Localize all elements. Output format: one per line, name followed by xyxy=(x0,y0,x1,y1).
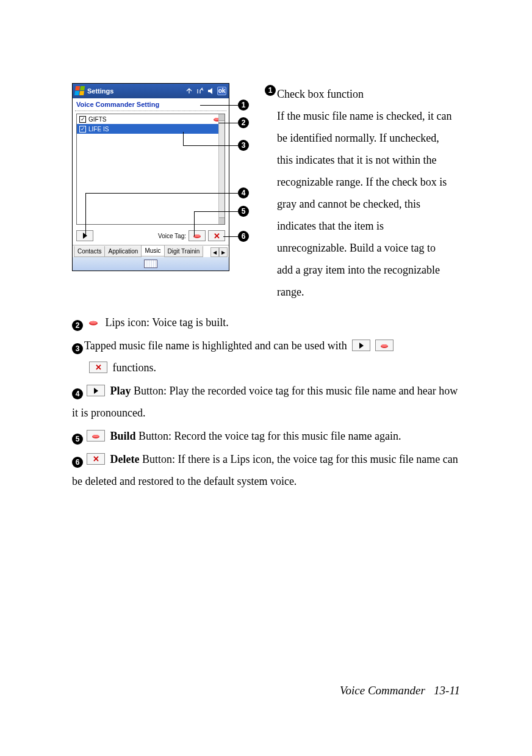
lips-icon xyxy=(192,232,202,239)
checkbox-icon[interactable]: ✓ xyxy=(79,116,86,123)
music-list: ✓ GIFTS ✓ LIFE IS xyxy=(76,114,225,225)
description-5-text: Button: Record the voice tag for this mu… xyxy=(136,430,401,442)
tab-contacts[interactable]: Contacts xyxy=(74,246,105,257)
scrollbar[interactable] xyxy=(218,114,225,224)
description-3: 3Tapped music file name is highlighted a… xyxy=(72,335,462,379)
footer-title: Voice Commander xyxy=(340,684,425,697)
volume-icon xyxy=(206,87,215,95)
window-title: Settings xyxy=(87,87,113,95)
delete-button-icon: ✕ xyxy=(87,453,105,465)
callout-number-5: 5 xyxy=(72,434,83,445)
tab-scroll-left[interactable]: ◀ xyxy=(210,247,219,257)
lips-icon xyxy=(87,316,100,328)
windows-logo-icon xyxy=(74,86,85,96)
description-1-title: Check box function xyxy=(277,83,364,105)
description-5: 5 Build Button: Record the voice tag for… xyxy=(72,425,462,447)
tab-scroll-right[interactable]: ▶ xyxy=(219,247,228,257)
build-button-icon xyxy=(87,430,105,442)
callout-number-4: 4 xyxy=(72,388,83,399)
list-item-label: LIFE IS xyxy=(88,126,109,133)
delete-button-icon: ✕ xyxy=(89,362,107,373)
description-1: 1 Check box function If the music file n… xyxy=(265,83,454,303)
callout-bubble-2: 2 xyxy=(238,117,249,128)
ok-button[interactable]: ok xyxy=(217,87,226,95)
description-4-label: Play xyxy=(110,385,131,397)
callout-bubble-5: 5 xyxy=(238,206,249,217)
svg-point-5 xyxy=(90,321,97,324)
voice-tag-toolbar: Voice Tag: ✕ xyxy=(73,228,229,245)
description-6-label: Delete xyxy=(110,453,140,465)
svg-point-3 xyxy=(194,234,200,237)
build-button[interactable] xyxy=(189,230,206,241)
page-subtitle: Voice Commander Setting xyxy=(73,98,229,111)
list-item-label: GIFTS xyxy=(88,116,106,123)
callout-bubble-4: 4 xyxy=(238,187,249,198)
page-footer: Voice Commander 13-11 xyxy=(340,684,460,697)
callout-number-6: 6 xyxy=(72,457,83,468)
description-5-label: Build xyxy=(110,430,136,442)
list-item[interactable]: ✓ GIFTS xyxy=(77,114,225,124)
soft-input-panel-bar xyxy=(73,257,229,271)
callout-number-2: 2 xyxy=(72,320,83,331)
description-6: 6✕ Delete Button: If there is a Lips ico… xyxy=(72,448,462,492)
description-4: 4 Play Button: Play the recorded voice t… xyxy=(72,380,462,424)
build-button-icon xyxy=(375,340,394,351)
keyboard-icon[interactable] xyxy=(144,260,157,268)
play-button[interactable] xyxy=(76,230,93,241)
play-icon xyxy=(83,233,87,239)
description-3-pre: Tapped music file name is highlighted an… xyxy=(84,340,350,352)
description-2-text: Lips icon: Voice tag is built. xyxy=(102,316,229,329)
description-3-post: functions. xyxy=(110,362,156,374)
callout-bubble-6: 6 xyxy=(238,231,249,242)
description-1-body: If the music file name is checked, it ca… xyxy=(277,105,454,303)
x-icon: ✕ xyxy=(214,232,220,240)
description-2: 2 Lips icon: Voice tag is built. xyxy=(72,311,462,333)
callout-number-3: 3 xyxy=(72,343,83,354)
window-titlebar: Settings ok xyxy=(73,84,229,98)
svg-point-7 xyxy=(381,344,387,347)
svg-point-9 xyxy=(93,435,99,437)
tab-digit-training[interactable]: Digit Trainin xyxy=(164,246,204,257)
tab-bar: Contacts Application Music Digit Trainin… xyxy=(73,245,229,257)
play-button-icon xyxy=(352,340,370,351)
list-item[interactable]: ✓ LIFE IS xyxy=(77,124,225,134)
tab-application[interactable]: Application xyxy=(104,246,142,257)
tab-music[interactable]: Music xyxy=(141,245,164,256)
signal-icon xyxy=(195,87,204,95)
callout-bubble-3: 3 xyxy=(238,140,249,151)
device-screenshot: Settings ok Voice Commande xyxy=(72,83,229,271)
callout-number-1: 1 xyxy=(265,85,276,96)
footer-page: 13-11 xyxy=(434,684,460,697)
play-button-icon xyxy=(87,385,105,396)
callout-bubble-1: 1 xyxy=(238,100,249,111)
delete-button[interactable]: ✕ xyxy=(208,230,225,241)
voice-tag-label: Voice Tag: xyxy=(158,233,186,239)
checkbox-icon[interactable]: ✓ xyxy=(79,126,86,133)
connectivity-icon xyxy=(184,87,193,95)
